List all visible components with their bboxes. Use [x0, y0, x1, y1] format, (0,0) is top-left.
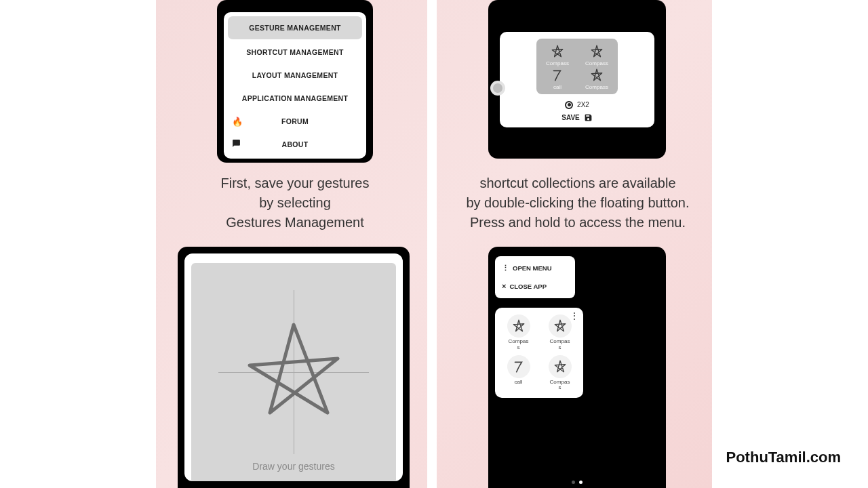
screenshot-grid-layout: CompassCompasscallCompass 2X2 SAVE [488, 0, 666, 159]
grid-cell-label: call [553, 84, 561, 90]
popup-item-label: OPEN MENU [513, 264, 552, 272]
gesture-canvas[interactable]: Draw your gestures [191, 263, 396, 481]
menu-item-label: GESTURE MANAGEMENT [249, 24, 341, 32]
gesture-thumb [507, 355, 530, 378]
gesture-thumb [549, 355, 572, 378]
shortcut-grid-2x2: CompassCompasscallCompass [536, 39, 618, 94]
caption-left: First, save your gesturesby selectingGes… [176, 174, 414, 232]
grid-cell-label: Compass [585, 60, 608, 66]
grid-cell-label: Compass [585, 84, 608, 90]
shortcut-cell-3[interactable]: Compass [542, 355, 578, 392]
draw-card: Draw your gestures [184, 253, 403, 481]
menu-item-2[interactable]: LAYOUT MANAGEMENT [224, 64, 366, 87]
menu-item-3[interactable]: APPLICATION MANAGEMENT [224, 87, 366, 110]
shortcut-cell-2[interactable]: call [500, 355, 536, 392]
menu-item-label: FORUM [281, 117, 309, 125]
gesture-thumb [549, 314, 572, 338]
screenshot-menu: GESTURE MANAGEMENTSHORTCUT MANAGEMENTLAY… [217, 0, 373, 163]
gesture-thumb [507, 314, 530, 338]
menu-item-1[interactable]: SHORTCUT MANAGEMENT [224, 41, 366, 64]
menu-item-label: ABOUT [282, 140, 309, 148]
shortcut-cell-0[interactable]: Compass [500, 314, 536, 351]
page-dot-active [579, 481, 583, 484]
menu-item-label: APPLICATION MANAGEMENT [242, 94, 348, 102]
screenshot-draw-gesture: Draw your gestures [178, 247, 410, 488]
layout-size-option[interactable]: 2X2 [565, 101, 589, 109]
more-icon[interactable]: ⋮ [570, 310, 579, 321]
menu-item-0[interactable]: GESTURE MANAGEMENT [228, 16, 362, 39]
flame-icon: 🔥 [232, 117, 243, 127]
grid-cell-0[interactable]: Compass [539, 44, 576, 66]
settings-menu: GESTURE MANAGEMENTSHORTCUT MANAGEMENTLAY… [224, 12, 366, 159]
shortcut-label: Compass [550, 380, 570, 392]
page-indicator [488, 481, 666, 484]
caption-right: shortcut collections are availableby dou… [435, 174, 720, 232]
save-icon [584, 113, 593, 122]
popup-item-icon: ⋮ [502, 264, 509, 272]
shortcut-label: Compass [550, 339, 570, 351]
screenshot-floating-popup: ⋮OPEN MENU×CLOSE APP ⋮ CompassCompasscal… [488, 247, 666, 488]
grid-cell-label: Compass [546, 60, 569, 66]
gutter [427, 0, 437, 488]
popup-item-label: CLOSE APP [509, 283, 547, 290]
shortcut-label: Compass [509, 339, 529, 351]
shortcut-label: call [514, 380, 522, 386]
menu-item-label: LAYOUT MANAGEMENT [252, 71, 338, 79]
page-dot [572, 481, 575, 484]
popup-menu-item-1[interactable]: ×CLOSE APP [495, 277, 575, 296]
menu-item-5[interactable]: ABOUT [224, 133, 366, 156]
layout-size-label: 2X2 [577, 101, 589, 108]
popup-menu-item-0[interactable]: ⋮OPEN MENU [495, 259, 575, 277]
canvas-hint: Draw your gestures [191, 461, 396, 472]
watermark: PothuTamil.com [726, 449, 842, 466]
floating-button-handle[interactable] [490, 81, 505, 96]
popup-item-icon: × [502, 283, 506, 290]
menu-item-4[interactable]: 🔥FORUM [224, 110, 366, 133]
shortcut-collection-card: ⋮ CompassCompasscallCompass [495, 308, 583, 398]
menu-item-label: SHORTCUT MANAGEMENT [246, 48, 343, 56]
radio-selected-icon [565, 101, 573, 109]
save-button[interactable]: SAVE [561, 113, 593, 122]
longpress-menu: ⋮OPEN MENU×CLOSE APP [495, 256, 575, 298]
grid-cell-3[interactable]: Compass [578, 68, 615, 90]
grid-cell-2[interactable]: call [539, 68, 576, 90]
layout-editor-card: CompassCompasscallCompass 2X2 SAVE [500, 32, 654, 127]
chat-icon [232, 139, 241, 150]
drawn-star-gesture [229, 311, 358, 433]
grid-cell-1[interactable]: Compass [578, 44, 615, 66]
save-label: SAVE [561, 114, 580, 121]
